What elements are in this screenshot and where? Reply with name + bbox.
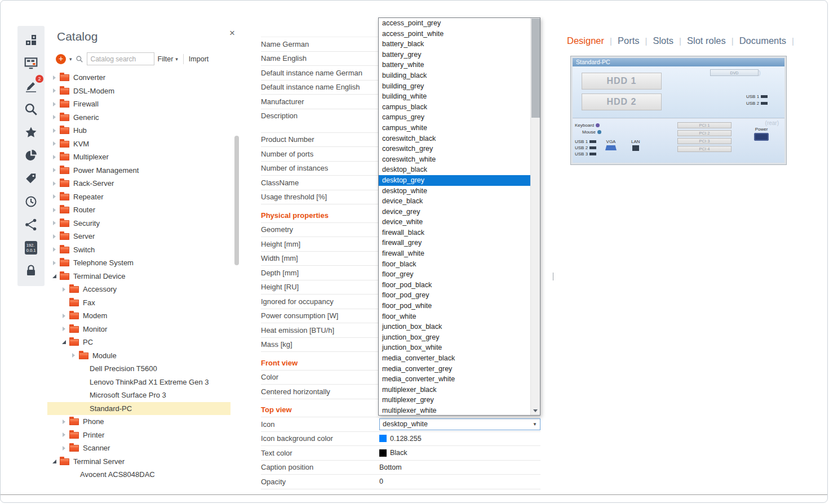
chevron-down-icon[interactable]: ▼ [533, 422, 537, 427]
expand-icon[interactable] [60, 446, 68, 451]
icon-combobox[interactable]: desktop_white▼ [379, 418, 540, 430]
net-documentation-icon[interactable] [23, 55, 39, 72]
tree-item-security[interactable]: Security [47, 217, 230, 230]
catalog-search-input[interactable] [87, 52, 154, 65]
dropdown-option[interactable]: access_point_grey [379, 18, 530, 29]
lan-port[interactable]: LAN [631, 139, 640, 151]
dropdown-option[interactable]: floor_pod_white [379, 301, 530, 311]
tree-item-lenovo-thinkpad-x1-extreme-gen-3[interactable]: Lenovo ThinkPad X1 Extreme Gen 3 [47, 376, 230, 389]
tree-item-rack-server[interactable]: Rack-Server [47, 177, 230, 190]
dvd-slot[interactable]: DVD [710, 69, 759, 76]
tree-item-terminal-server[interactable]: Terminal Server [47, 455, 230, 469]
scroll-down-icon[interactable] [533, 409, 538, 412]
dropdown-option[interactable]: battery_white [379, 60, 530, 70]
expand-icon[interactable] [69, 353, 77, 358]
vga-port[interactable]: VGA [605, 139, 617, 150]
tree-item-monitor[interactable]: Monitor [47, 323, 230, 336]
dropdown-option[interactable]: battery_grey [379, 50, 530, 60]
import-button[interactable]: Import [189, 55, 209, 63]
tree-item-repeater[interactable]: Repeater [47, 190, 230, 204]
dropdown-option[interactable]: campus_white [379, 123, 530, 133]
expand-icon[interactable] [50, 102, 58, 106]
dropdown-option[interactable]: device_grey [379, 207, 530, 217]
expand-icon[interactable] [60, 432, 68, 437]
mouse-port[interactable]: Mouse [582, 130, 601, 135]
dropdown-option[interactable]: device_white [379, 217, 530, 228]
dropdown-option[interactable]: battery_black [379, 39, 530, 50]
expand-icon[interactable] [50, 234, 58, 239]
usb1-rear-port[interactable]: USB 1 [575, 139, 596, 144]
add-button[interactable]: + [56, 54, 66, 64]
hdd2-slot[interactable]: HDD 2 [582, 93, 662, 110]
expand-icon[interactable] [50, 168, 58, 172]
power-port[interactable]: Power [754, 127, 769, 141]
dropdown-option[interactable]: campus_grey [379, 112, 530, 123]
dropdown-option[interactable]: desktop_grey [379, 175, 530, 186]
dropdown-option[interactable]: floor_grey [379, 269, 530, 280]
tab-documents[interactable]: Documents [739, 35, 786, 46]
tree-item-power-management[interactable]: Power Management [47, 164, 230, 177]
add-menu-caret-icon[interactable]: ▾ [69, 56, 72, 62]
expand-icon[interactable] [50, 141, 58, 146]
tree-item-router[interactable]: Router [47, 203, 230, 217]
usb2-rear-port[interactable]: USB 2 [575, 145, 596, 150]
catalog-scrollbar[interactable] [234, 77, 239, 490]
expand-icon[interactable] [60, 327, 68, 331]
collapse-icon[interactable] [50, 274, 58, 278]
dropdown-option[interactable]: building_white [379, 91, 530, 102]
property-value[interactable]: 0 [378, 478, 540, 485]
pci-slot-3[interactable]: PCI 3 [677, 138, 732, 144]
tree-item-firewall[interactable]: Firewall [47, 97, 230, 111]
reports-icon[interactable] [23, 147, 39, 164]
tree-item-hub[interactable]: Hub [47, 124, 230, 137]
dropdown-option[interactable]: desktop_black [379, 164, 530, 175]
dropdown-option[interactable]: multiplexer_white [379, 405, 530, 416]
expand-icon[interactable] [60, 420, 68, 424]
tree-item-switch[interactable]: Switch [47, 243, 230, 257]
tree-item-fax[interactable]: Fax [47, 296, 230, 310]
dropdown-option[interactable]: coreswitch_grey [379, 144, 530, 154]
expand-icon[interactable] [50, 75, 58, 80]
dropdown-option[interactable]: media_converter_white [379, 374, 530, 385]
tree-item-telephone-system[interactable]: Telephone System [47, 256, 230, 270]
tree-item-multiplexer[interactable]: Multiplexer [47, 150, 230, 164]
tree-item-microsoft-surface-pro-3[interactable]: Microsoft Surface Pro 3 [47, 389, 230, 402]
dropdown-option[interactable]: multiplexer_grey [379, 395, 530, 405]
expand-icon[interactable] [50, 208, 58, 212]
tree-item-server[interactable]: Server [47, 230, 230, 243]
dropdown-option[interactable]: multiplexer_black [379, 385, 530, 395]
expand-icon[interactable] [50, 88, 58, 93]
tree-item-printer[interactable]: Printer [47, 429, 230, 442]
filter-button[interactable]: Filter ▾ [158, 55, 178, 63]
tree-item-dell-precision-t5600[interactable]: Dell Precision T5600 [47, 362, 230, 376]
dropdown-option[interactable]: firewall_black [379, 228, 530, 238]
pci-slot-1[interactable]: PCI 1 [677, 122, 732, 128]
close-button[interactable]: × [229, 28, 235, 39]
expand-icon[interactable] [60, 314, 68, 318]
tree-item-pc[interactable]: PC [47, 336, 230, 349]
collapse-icon[interactable] [60, 340, 68, 344]
usb1-front-port[interactable]: USB 1 [746, 94, 768, 99]
hdd1-slot[interactable]: HDD 1 [582, 73, 662, 90]
expand-icon[interactable] [50, 247, 58, 252]
dropdown-option[interactable]: junction_box_black [379, 322, 530, 332]
tab-designer[interactable]: Designer [567, 35, 604, 46]
expand-icon[interactable] [60, 287, 68, 292]
lock-icon[interactable] [23, 262, 39, 279]
dropdown-option[interactable]: media_converter_black [379, 353, 530, 364]
pci-slot-2[interactable]: PCI 2 [677, 130, 732, 136]
tree-item-modem[interactable]: Modem [47, 309, 230, 323]
panel-splitter[interactable] [553, 273, 553, 280]
dropdown-option[interactable]: campus_black [379, 102, 530, 113]
dropdown-option[interactable]: coreswitch_white [379, 154, 530, 165]
tab-slot-roles[interactable]: Slot roles [687, 35, 726, 46]
dropdown-option[interactable]: junction_box_white [379, 342, 530, 353]
tree-item-generic[interactable]: Generic [47, 111, 230, 124]
expand-icon[interactable] [50, 115, 58, 119]
dropdown-option[interactable]: device_black [379, 196, 530, 207]
property-value[interactable]: Bottom [378, 463, 540, 471]
tree-item-scanner[interactable]: Scanner [47, 441, 230, 455]
tab-slots[interactable]: Slots [653, 35, 673, 46]
tree-item-accessory[interactable]: Accessory [47, 283, 230, 296]
dropdown-option[interactable]: desktop_white [379, 186, 530, 197]
